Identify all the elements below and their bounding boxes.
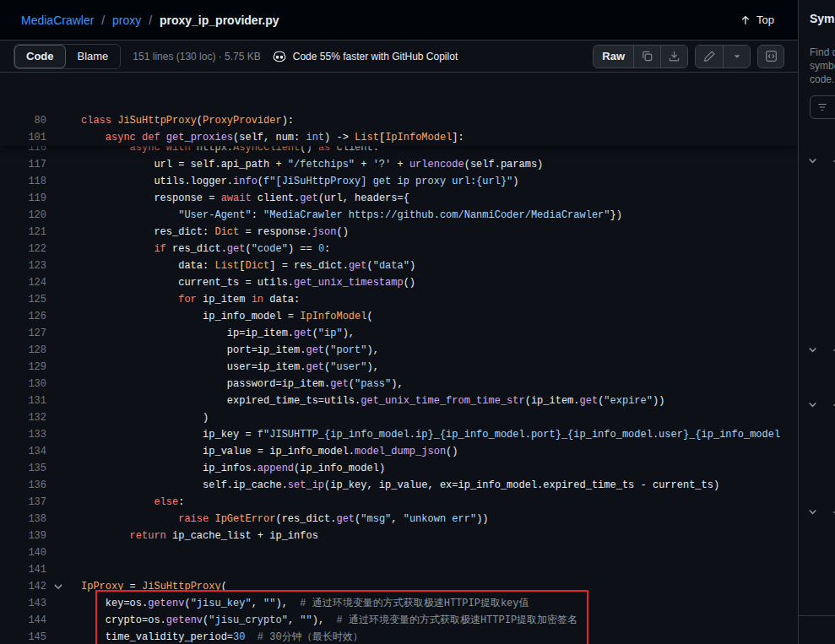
symbol-group-item[interactable] bbox=[807, 399, 835, 410]
line-number[interactable]: 140 bbox=[0, 544, 46, 561]
code-line-144: 144 crypto=os.getenv("jisu_crypto", ""),… bbox=[0, 612, 798, 629]
code-text: res_dict: Dict = response.json() bbox=[46, 224, 349, 241]
line-number[interactable]: 127 bbox=[0, 325, 46, 342]
line-number[interactable]: 125 bbox=[0, 291, 46, 308]
code-line-135: 135 ip_infos.append(ip_info_model) bbox=[0, 460, 798, 477]
line-number[interactable]: 117 bbox=[0, 156, 46, 173]
code-text: return ip_cache_list + ip_infos bbox=[46, 528, 318, 544]
code-line-141: 141 bbox=[0, 561, 798, 578]
code-line-143: 143 key=os.getenv("jisu_key", ""), # 通过环… bbox=[0, 595, 798, 612]
symbols-panel-title: Symbols bbox=[810, 12, 835, 25]
edit-button-group bbox=[695, 45, 751, 68]
line-number[interactable]: 136 bbox=[0, 477, 46, 494]
code-line-137: 137 else: bbox=[0, 494, 798, 511]
code-line-128: 128 port=ip_item.get("port"), bbox=[0, 342, 798, 359]
code-line-126: 126 ip_info_model = IpInfoModel( bbox=[0, 308, 798, 325]
code-text: key=os.getenv("jisu_key", ""), # 通过环境变量的… bbox=[46, 595, 529, 612]
collapse-chevron-icon[interactable] bbox=[52, 581, 64, 593]
line-number[interactable]: 144 bbox=[0, 612, 46, 629]
line-number[interactable]: 134 bbox=[0, 443, 46, 460]
line-number[interactable]: 129 bbox=[0, 359, 46, 376]
code-line-122: 122 if res_dict.get("code") == 0: bbox=[0, 241, 798, 257]
line-number[interactable]: 135 bbox=[0, 460, 46, 477]
code-text: ip_infos.append(ip_info_model) bbox=[46, 460, 385, 477]
tab-code[interactable]: Code bbox=[14, 45, 66, 68]
breadcrumb: MediaCrawler / proxy / proxy_ip_provider… bbox=[21, 14, 279, 27]
code-line-134: 134 ip_value = ip_info_model.model_dump_… bbox=[0, 443, 798, 460]
code-text: ip_value = ip_info_model.model_dump_json… bbox=[46, 443, 458, 460]
copilot-message: Code 55% faster with GitHub Copilot bbox=[293, 51, 458, 62]
code-text: async def get_proxies(self, num: int) ->… bbox=[46, 129, 464, 146]
line-number[interactable]: 138 bbox=[0, 511, 46, 528]
copilot-banner[interactable]: Code 55% faster with GitHub Copilot bbox=[273, 50, 458, 63]
code-text: else: bbox=[46, 494, 184, 511]
tab-blame[interactable]: Blame bbox=[66, 45, 121, 68]
code-line-120: 120 "User-Agent": "MediaCrawler https://… bbox=[0, 207, 798, 224]
line-number[interactable]: 132 bbox=[0, 409, 46, 426]
back-to-top-button[interactable]: Top bbox=[733, 10, 781, 30]
code-text: response = await client.get(url, headers… bbox=[46, 190, 409, 207]
line-number[interactable]: 141 bbox=[0, 561, 46, 578]
code-line-119: 119 response = await client.get(url, hea… bbox=[0, 190, 798, 207]
symbol-group-item[interactable] bbox=[807, 506, 835, 517]
breadcrumb-separator: / bbox=[101, 14, 105, 27]
download-icon bbox=[668, 50, 680, 62]
code-text: IpProxy = JiSuHttpProxy( bbox=[46, 578, 227, 595]
code-line-145: 145 time_validity_period=30 # 30分钟（最长时效） bbox=[0, 629, 798, 644]
symbols-panel-toggle-button[interactable] bbox=[757, 45, 784, 68]
line-number[interactable]: 118 bbox=[0, 173, 46, 190]
back-to-top-label: Top bbox=[756, 14, 774, 26]
line-number[interactable]: 137 bbox=[0, 494, 46, 511]
line-number[interactable]: 133 bbox=[0, 426, 46, 443]
sticky-lines: 80class JiSuHttpProxy(ProxyProvider):101… bbox=[0, 112, 798, 146]
line-number[interactable]: 123 bbox=[0, 257, 46, 274]
line-number[interactable]: 131 bbox=[0, 392, 46, 409]
line-number[interactable]: 128 bbox=[0, 342, 46, 359]
line-number[interactable]: 145 bbox=[0, 629, 46, 644]
line-number[interactable]: 126 bbox=[0, 308, 46, 325]
line-number[interactable]: 130 bbox=[0, 376, 46, 392]
code-text: utils.logger.info(f"[JiSuHttpProxy] get … bbox=[46, 173, 519, 190]
breadcrumb-dir-link[interactable]: proxy bbox=[112, 14, 141, 27]
code-box: Code Blame 151 lines (130 loc) · 5.75 KB… bbox=[0, 40, 798, 644]
line-number[interactable]: 80 bbox=[0, 112, 46, 129]
arrow-up-icon bbox=[740, 14, 751, 26]
copy-raw-button[interactable] bbox=[633, 46, 660, 68]
code-line-125: 125 for ip_item in data: bbox=[0, 291, 798, 308]
code-text: port=ip_item.get("port"), bbox=[46, 342, 379, 359]
line-number[interactable]: 143 bbox=[0, 595, 46, 612]
breadcrumb-repo-link[interactable]: MediaCrawler bbox=[21, 14, 94, 27]
line-number[interactable]: 142 bbox=[0, 578, 46, 595]
code-text: for ip_item in data: bbox=[46, 291, 300, 308]
line-number[interactable]: 124 bbox=[0, 274, 46, 291]
edit-file-button[interactable] bbox=[696, 46, 723, 68]
line-number[interactable]: 119 bbox=[0, 190, 46, 207]
breadcrumb-file-name: proxy_ip_provider.py bbox=[160, 14, 279, 27]
line-number[interactable]: 139 bbox=[0, 528, 46, 544]
symbols-panel-divider bbox=[799, 615, 835, 616]
code-text: ) bbox=[46, 409, 209, 426]
code-line-130: 130 password=ip_item.get("pass"), bbox=[0, 376, 798, 392]
code-text: time_validity_period=30 # 30分钟（最长时效） bbox=[46, 629, 363, 644]
code-text: "User-Agent": "MediaCrawler https://gith… bbox=[46, 207, 622, 224]
line-number[interactable]: 101 bbox=[0, 129, 46, 146]
symbol-group-item[interactable] bbox=[807, 344, 835, 355]
line-number[interactable]: 122 bbox=[0, 241, 46, 257]
symbol-group-item[interactable] bbox=[807, 155, 835, 166]
code-text bbox=[46, 561, 81, 578]
symbols-panel: Symbols Find definitions and references … bbox=[798, 0, 835, 644]
line-number[interactable]: 120 bbox=[0, 207, 46, 224]
download-raw-button[interactable] bbox=[660, 46, 687, 68]
code-line-101: 101 async def get_proxies(self, num: int… bbox=[0, 129, 798, 146]
line-number[interactable]: 121 bbox=[0, 224, 46, 241]
code-lines: 116 async with httpx.AsyncClient() as cl… bbox=[0, 112, 798, 644]
code-text: expired_time_ts=utils.get_unix_time_from… bbox=[46, 392, 664, 409]
chevron-down-icon bbox=[807, 506, 818, 517]
code-line-140: 140 bbox=[0, 544, 798, 561]
code-line-136: 136 self.ip_cache.set_ip(ip_key, ip_valu… bbox=[0, 477, 798, 494]
code-line-124: 124 current_ts = utils.get_unix_timestam… bbox=[0, 274, 798, 291]
symbols-filter-input[interactable] bbox=[810, 95, 835, 119]
edit-dropdown-button[interactable] bbox=[723, 46, 750, 68]
raw-button[interactable]: Raw bbox=[594, 46, 633, 68]
code-text: crypto=os.getenv("jisu_crypto", ""), # 通… bbox=[46, 612, 577, 629]
